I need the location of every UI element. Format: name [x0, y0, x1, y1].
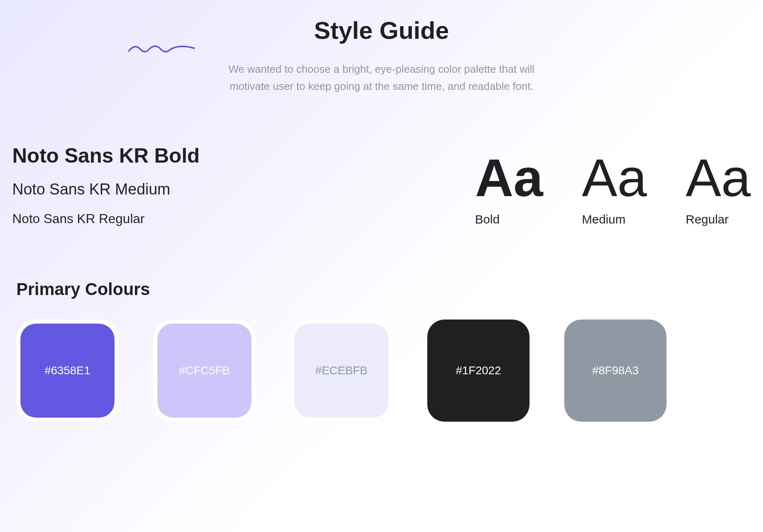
font-samples: Aa Bold Aa Medium Aa Regular [475, 144, 751, 226]
sample-bold: Aa Bold [475, 151, 543, 226]
sample-label-bold: Bold [475, 212, 500, 226]
page-title: Style Guide [8, 16, 755, 45]
swatch-wrapper: #6358E1 [16, 320, 119, 422]
page-description: We wanted to choose a bright, eye-pleasi… [208, 61, 555, 95]
scribble-decoration [127, 41, 196, 59]
font-name-medium: Noto Sans KR Medium [12, 181, 200, 198]
sample-label-regular: Regular [686, 212, 729, 226]
font-name-bold: Noto Sans KR Bold [12, 144, 200, 168]
color-swatch: #1F2022 [427, 320, 530, 422]
sample-glyph-medium: Aa [582, 151, 647, 204]
color-swatch: #6358E1 [20, 324, 114, 418]
colors-title: Primary Colours [16, 279, 747, 299]
color-swatch: #8F98A3 [564, 320, 667, 422]
colors-section: Primary Colours #6358E1#CFC5FB#ECEBFB#1F… [8, 279, 755, 422]
sample-label-medium: Medium [582, 212, 626, 226]
swatch-wrapper: #ECEBFB [290, 320, 393, 422]
sample-medium: Aa Medium [582, 151, 647, 226]
typography-section: Noto Sans KR Bold Noto Sans KR Medium No… [8, 144, 755, 226]
sample-glyph-bold: Aa [475, 151, 543, 204]
sample-glyph-regular: Aa [686, 151, 751, 204]
color-swatch: #CFC5FB [157, 324, 251, 418]
font-names-list: Noto Sans KR Bold Noto Sans KR Medium No… [12, 144, 200, 226]
font-name-regular: Noto Sans KR Regular [12, 211, 200, 226]
swatches-container: #6358E1#CFC5FB#ECEBFB#1F2022#8F98A3 [16, 320, 747, 422]
color-swatch: #ECEBFB [294, 324, 388, 418]
swatch-wrapper: #CFC5FB [153, 320, 256, 422]
sample-regular: Aa Regular [686, 151, 751, 226]
